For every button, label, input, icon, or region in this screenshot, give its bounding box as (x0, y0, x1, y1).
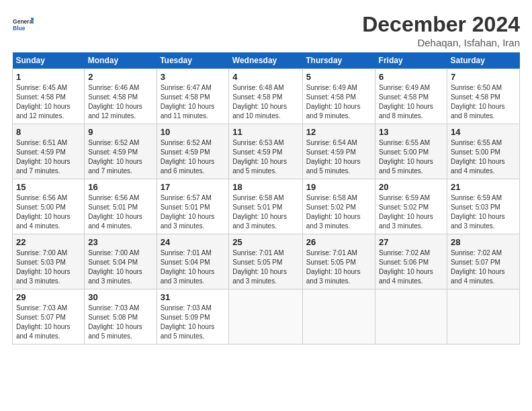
day-info: Sunrise: 6:48 AMSunset: 4:58 PMDaylight:… (232, 84, 287, 120)
day-info: Sunrise: 7:03 AMSunset: 5:07 PMDaylight:… (16, 304, 71, 340)
location: Dehaqan, Isfahan, Iran (362, 37, 520, 48)
day-info: Sunrise: 6:45 AMSunset: 4:58 PMDaylight:… (16, 84, 71, 120)
day-number: 28 (451, 237, 516, 247)
day-number: 21 (451, 182, 516, 192)
table-cell: 5 Sunrise: 6:49 AMSunset: 4:58 PMDayligh… (302, 69, 375, 124)
day-info: Sunrise: 7:00 AMSunset: 5:03 PMDaylight:… (16, 249, 71, 285)
day-number: 16 (88, 182, 152, 192)
day-info: Sunrise: 6:54 AMSunset: 4:59 PMDaylight:… (306, 139, 361, 175)
day-number: 7 (451, 72, 516, 82)
day-number: 30 (88, 292, 152, 302)
table-cell: 4 Sunrise: 6:48 AMSunset: 4:58 PMDayligh… (229, 69, 302, 124)
table-cell: 8 Sunrise: 6:51 AMSunset: 4:59 PMDayligh… (13, 124, 85, 179)
day-info: Sunrise: 6:47 AMSunset: 4:58 PMDaylight:… (161, 84, 215, 120)
day-number: 19 (306, 182, 371, 192)
logo-svg: General Blue (12, 12, 34, 36)
day-info: Sunrise: 6:49 AMSunset: 4:58 PMDaylight:… (306, 84, 361, 120)
table-cell: 26 Sunrise: 7:01 AMSunset: 5:05 PMDaylig… (302, 234, 375, 289)
logo: General Blue (12, 12, 34, 36)
day-number: 3 (161, 72, 226, 82)
table-cell: 29 Sunrise: 7:03 AMSunset: 5:07 PMDaylig… (13, 289, 85, 345)
day-number: 12 (306, 127, 371, 137)
day-info: Sunrise: 6:58 AMSunset: 5:02 PMDaylight:… (306, 194, 361, 230)
header: General Blue December 2024 Dehaqan, Isfa… (12, 12, 520, 48)
table-cell: 18 Sunrise: 6:58 AMSunset: 5:01 PMDaylig… (229, 179, 302, 234)
col-wednesday: Wednesday (229, 52, 302, 69)
table-cell: 2 Sunrise: 6:46 AMSunset: 4:58 PMDayligh… (85, 69, 157, 124)
day-info: Sunrise: 7:03 AMSunset: 5:09 PMDaylight:… (161, 304, 215, 340)
day-number: 29 (16, 292, 81, 302)
day-info: Sunrise: 6:51 AMSunset: 4:59 PMDaylight:… (16, 139, 71, 175)
table-cell: 14 Sunrise: 6:55 AMSunset: 5:00 PMDaylig… (447, 124, 519, 179)
day-number: 11 (232, 127, 298, 137)
day-number: 8 (16, 127, 81, 137)
day-info: Sunrise: 6:53 AMSunset: 4:59 PMDaylight:… (232, 139, 287, 175)
col-tuesday: Tuesday (157, 52, 229, 69)
table-cell: 3 Sunrise: 6:47 AMSunset: 4:58 PMDayligh… (157, 69, 229, 124)
table-cell: 22 Sunrise: 7:00 AMSunset: 5:03 PMDaylig… (13, 234, 85, 289)
day-info: Sunrise: 6:52 AMSunset: 4:59 PMDaylight:… (88, 139, 142, 175)
day-number: 20 (379, 182, 443, 192)
table-cell: 27 Sunrise: 7:02 AMSunset: 5:06 PMDaylig… (375, 234, 447, 289)
day-info: Sunrise: 7:00 AMSunset: 5:04 PMDaylight:… (88, 249, 142, 285)
table-cell: 30 Sunrise: 7:03 AMSunset: 5:08 PMDaylig… (85, 289, 157, 345)
day-number: 5 (306, 72, 371, 82)
day-number: 18 (232, 182, 298, 192)
day-number: 4 (232, 72, 298, 82)
table-cell (447, 289, 519, 345)
table-cell: 12 Sunrise: 6:54 AMSunset: 4:59 PMDaylig… (302, 124, 375, 179)
day-number: 2 (88, 72, 152, 82)
main-container: General Blue December 2024 Dehaqan, Isfa… (0, 0, 532, 351)
day-info: Sunrise: 6:57 AMSunset: 5:01 PMDaylight:… (161, 194, 215, 230)
day-number: 17 (161, 182, 226, 192)
day-number: 24 (161, 237, 226, 247)
day-info: Sunrise: 6:50 AMSunset: 4:58 PMDaylight:… (451, 84, 505, 120)
day-number: 10 (161, 127, 226, 137)
table-cell: 17 Sunrise: 6:57 AMSunset: 5:01 PMDaylig… (157, 179, 229, 234)
table-cell: 24 Sunrise: 7:01 AMSunset: 5:04 PMDaylig… (157, 234, 229, 289)
day-number: 1 (16, 72, 81, 82)
table-cell: 25 Sunrise: 7:01 AMSunset: 5:05 PMDaylig… (229, 234, 302, 289)
col-monday: Monday (85, 52, 157, 69)
table-cell (375, 289, 447, 345)
day-info: Sunrise: 7:01 AMSunset: 5:05 PMDaylight:… (306, 249, 361, 285)
svg-text:General: General (13, 18, 34, 25)
table-cell: 31 Sunrise: 7:03 AMSunset: 5:09 PMDaylig… (157, 289, 229, 345)
month-title: December 2024 (362, 12, 520, 37)
day-number: 13 (379, 127, 443, 137)
day-info: Sunrise: 7:01 AMSunset: 5:05 PMDaylight:… (232, 249, 287, 285)
table-cell: 13 Sunrise: 6:55 AMSunset: 5:00 PMDaylig… (375, 124, 447, 179)
day-info: Sunrise: 6:56 AMSunset: 5:01 PMDaylight:… (88, 194, 142, 230)
col-saturday: Saturday (447, 52, 519, 69)
day-info: Sunrise: 6:59 AMSunset: 5:03 PMDaylight:… (451, 194, 505, 230)
day-number: 27 (379, 237, 443, 247)
table-cell: 16 Sunrise: 6:56 AMSunset: 5:01 PMDaylig… (85, 179, 157, 234)
day-info: Sunrise: 7:02 AMSunset: 5:06 PMDaylight:… (379, 249, 433, 285)
table-cell: 20 Sunrise: 6:59 AMSunset: 5:02 PMDaylig… (375, 179, 447, 234)
table-cell (302, 289, 375, 345)
day-number: 26 (306, 237, 371, 247)
table-cell: 7 Sunrise: 6:50 AMSunset: 4:58 PMDayligh… (447, 69, 519, 124)
table-cell: 6 Sunrise: 6:49 AMSunset: 4:58 PMDayligh… (375, 69, 447, 124)
day-number: 14 (451, 127, 516, 137)
table-cell: 11 Sunrise: 6:53 AMSunset: 4:59 PMDaylig… (229, 124, 302, 179)
table-cell: 10 Sunrise: 6:52 AMSunset: 4:59 PMDaylig… (157, 124, 229, 179)
table-cell: 28 Sunrise: 7:02 AMSunset: 5:07 PMDaylig… (447, 234, 519, 289)
day-info: Sunrise: 6:46 AMSunset: 4:58 PMDaylight:… (88, 84, 142, 120)
table-cell: 21 Sunrise: 6:59 AMSunset: 5:03 PMDaylig… (447, 179, 519, 234)
day-info: Sunrise: 6:55 AMSunset: 5:00 PMDaylight:… (379, 139, 433, 175)
day-number: 15 (16, 182, 81, 192)
svg-text:Blue: Blue (13, 25, 26, 32)
table-cell (229, 289, 302, 345)
day-info: Sunrise: 6:49 AMSunset: 4:58 PMDaylight:… (379, 84, 433, 120)
header-row: Sunday Monday Tuesday Wednesday Thursday… (13, 52, 520, 69)
day-info: Sunrise: 6:56 AMSunset: 5:00 PMDaylight:… (16, 194, 71, 230)
table-cell: 1 Sunrise: 6:45 AMSunset: 4:58 PMDayligh… (13, 69, 85, 124)
day-info: Sunrise: 6:59 AMSunset: 5:02 PMDaylight:… (379, 194, 433, 230)
day-number: 22 (16, 237, 81, 247)
col-sunday: Sunday (13, 52, 85, 69)
day-number: 31 (161, 292, 226, 302)
table-cell: 23 Sunrise: 7:00 AMSunset: 5:04 PMDaylig… (85, 234, 157, 289)
col-friday: Friday (375, 52, 447, 69)
day-info: Sunrise: 6:58 AMSunset: 5:01 PMDaylight:… (232, 194, 287, 230)
